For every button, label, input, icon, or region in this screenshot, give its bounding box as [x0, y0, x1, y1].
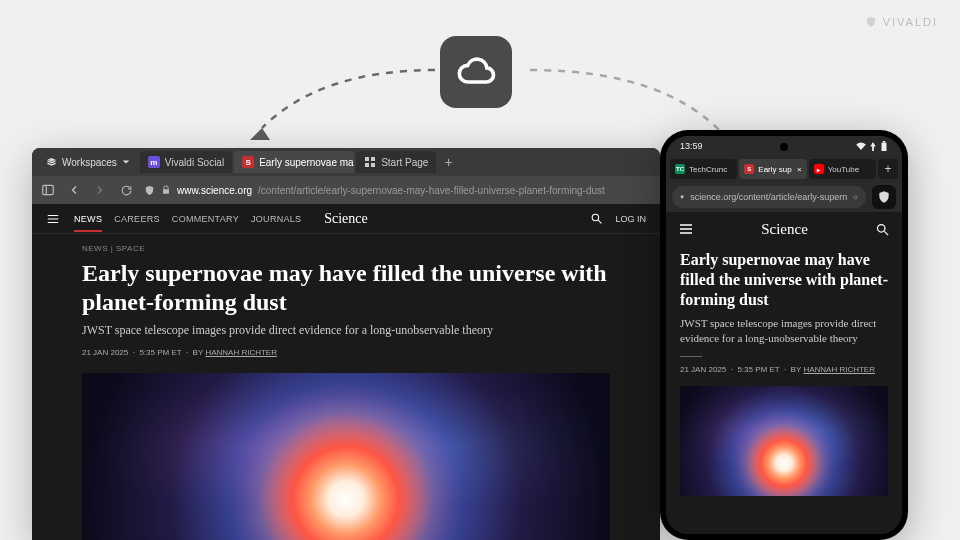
- search-icon: [875, 222, 890, 237]
- nav-commentary[interactable]: COMMENTARY: [172, 214, 239, 224]
- mobile-site-top-bar: Science: [666, 212, 902, 246]
- nav-journals[interactable]: JOURNALS: [251, 214, 301, 224]
- mastodon-favicon-icon: m: [148, 156, 160, 168]
- search-button[interactable]: [875, 222, 890, 237]
- start-page-favicon-icon: [364, 156, 376, 168]
- techcrunch-favicon-icon: TC: [675, 164, 685, 174]
- mobile-tab-youtube[interactable]: ▸ YouTube: [809, 159, 876, 179]
- vivaldi-shield-icon: [865, 16, 877, 28]
- mobile-url-field[interactable]: science.org/content/article/early-supern: [672, 186, 866, 208]
- science-favicon-icon: S: [242, 156, 254, 168]
- meta-by: BY: [791, 365, 802, 374]
- tab-label: Early supernovae may hav: [259, 157, 354, 168]
- article-subhead: JWST space telescope images provide dire…: [32, 317, 660, 338]
- mobile-url-text: science.org/content/article/early-supern: [690, 192, 847, 202]
- svg-rect-10: [883, 141, 886, 143]
- nav-news[interactable]: NEWS: [74, 214, 102, 232]
- mobile-tab-science[interactable]: S Early sup ×: [739, 159, 806, 179]
- meta-author-link[interactable]: HANNAH RICHTER: [205, 348, 277, 357]
- science-favicon-icon: S: [744, 164, 754, 174]
- tab-label: TechCrunc: [689, 165, 727, 174]
- svg-rect-1: [365, 157, 369, 161]
- search-icon: [590, 212, 603, 225]
- meta-time: 5:35 PM ET: [737, 365, 779, 374]
- cloud-sync-icon: [440, 36, 512, 108]
- svg-rect-9: [882, 143, 887, 151]
- tab-start-page[interactable]: Start Page: [356, 151, 436, 173]
- workspaces-icon: [46, 157, 57, 168]
- mobile-article-meta: 21 JAN 2025 · 5:35 PM ET · BY HANNAH RIC…: [666, 357, 902, 374]
- article-headline: Early supernovae may have filled the uni…: [32, 253, 660, 317]
- reload-button[interactable]: [118, 182, 134, 198]
- address-bar: www.science.org/content/article/early-su…: [32, 176, 660, 204]
- back-button[interactable]: [66, 182, 82, 198]
- workspaces-button[interactable]: Workspaces: [38, 153, 138, 172]
- mobile-article-hero-image: [680, 386, 888, 496]
- vivaldi-menu-button[interactable]: [872, 185, 896, 209]
- site-logo[interactable]: Science: [761, 221, 808, 238]
- mobile-device-frame: 13:59 TC TechCrunc S Early sup × ▸ YouTu…: [660, 130, 908, 540]
- signal-icon: [870, 142, 876, 151]
- page-content: NEWS CAREERS COMMENTARY JOURNALS Science…: [32, 204, 660, 540]
- tab-label: Vivaldi Social: [165, 157, 224, 168]
- hamburger-menu-button[interactable]: [678, 221, 694, 237]
- tab-strip: Workspaces m Vivaldi Social S Early supe…: [32, 148, 660, 176]
- lock-icon: [161, 185, 171, 195]
- svg-rect-3: [365, 163, 369, 167]
- nav-careers[interactable]: CAREERS: [114, 214, 160, 224]
- svg-point-11: [877, 224, 885, 232]
- mobile-tab-strip: TC TechCrunc S Early sup × ▸ YouTube +: [666, 156, 902, 182]
- url-domain: www.science.org: [177, 185, 252, 196]
- mobile-address-bar: science.org/content/article/early-supern: [666, 182, 902, 212]
- tab-label: YouTube: [828, 165, 859, 174]
- wifi-icon: [856, 142, 866, 150]
- url-field[interactable]: www.science.org/content/article/early-su…: [144, 185, 652, 196]
- breadcrumb: NEWS | SPACE: [32, 234, 660, 253]
- svg-rect-2: [371, 157, 375, 161]
- reload-icon[interactable]: [853, 192, 858, 203]
- sync-arrow-left: [240, 58, 440, 148]
- panel-toggle-button[interactable]: [40, 182, 56, 198]
- status-clock: 13:59: [680, 141, 703, 151]
- svg-point-7: [593, 214, 600, 221]
- brand-text: VIVALDI: [883, 16, 938, 28]
- vivaldi-shield-icon: [877, 190, 891, 204]
- meta-by: BY: [193, 348, 204, 357]
- forward-button[interactable]: [92, 182, 108, 198]
- svg-line-12: [884, 231, 888, 235]
- svg-rect-4: [371, 163, 375, 167]
- svg-rect-5: [43, 185, 54, 194]
- chevron-down-icon: [122, 158, 130, 166]
- hamburger-menu-button[interactable]: [46, 212, 60, 226]
- mobile-article-subhead: JWST space telescope images provide dire…: [666, 310, 902, 346]
- mobile-new-tab-button[interactable]: +: [878, 159, 898, 179]
- site-top-nav: NEWS CAREERS COMMENTARY JOURNALS Science…: [32, 204, 660, 234]
- meta-date: 21 JAN 2025: [82, 348, 128, 357]
- svg-marker-0: [250, 128, 270, 140]
- meta-date: 21 JAN 2025: [680, 365, 726, 374]
- front-camera: [780, 143, 788, 151]
- meta-time: 5:35 PM ET: [139, 348, 181, 357]
- workspaces-label: Workspaces: [62, 157, 117, 168]
- new-tab-button[interactable]: +: [438, 154, 458, 170]
- login-link[interactable]: LOG IN: [615, 214, 646, 224]
- mobile-tab-techcrunch[interactable]: TC TechCrunc: [670, 159, 737, 179]
- tab-vivaldi-social[interactable]: m Vivaldi Social: [140, 151, 232, 173]
- brand-logo: VIVALDI: [865, 16, 938, 28]
- svg-line-8: [599, 220, 602, 223]
- close-tab-button[interactable]: ×: [797, 165, 802, 174]
- tab-label: Start Page: [381, 157, 428, 168]
- tab-science-article[interactable]: S Early supernovae may hav: [234, 151, 354, 173]
- battery-icon: [880, 141, 888, 151]
- article-meta: 21 JAN 2025 · 5:35 PM ET · BY HANNAH RIC…: [32, 338, 660, 357]
- meta-author-link[interactable]: HANNAH RICHTER: [803, 365, 875, 374]
- mobile-article-headline: Early supernovae may have filled the uni…: [666, 246, 902, 310]
- site-logo[interactable]: Science: [324, 211, 368, 227]
- shield-icon: [144, 185, 155, 196]
- youtube-favicon-icon: ▸: [814, 164, 824, 174]
- search-button[interactable]: [590, 212, 603, 225]
- mobile-page-content: Science Early supernovae may have filled…: [666, 212, 902, 534]
- desktop-browser-window: Workspaces m Vivaldi Social S Early supe…: [32, 148, 660, 540]
- shield-icon: [680, 192, 684, 202]
- tab-label: Early sup: [758, 165, 791, 174]
